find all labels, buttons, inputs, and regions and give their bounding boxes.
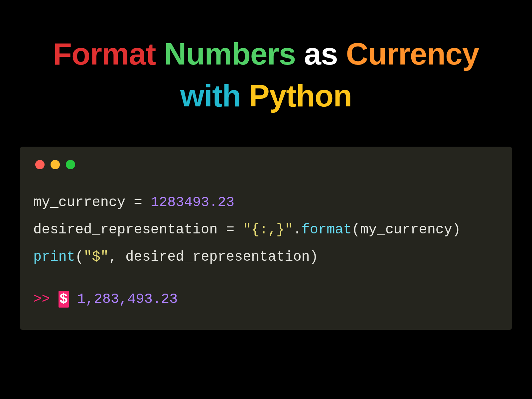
window-minimize-icon [51,160,60,169]
title-line-2: with Python [53,75,479,117]
code-method-format: format [302,222,352,238]
code-area: my_currency = 1283493.23desired_represen… [33,189,499,313]
title-word-with: with [180,78,241,113]
title-word-format: Format [53,37,156,71]
code-paren-open-2: ( [352,222,360,238]
code-comma: , [109,249,125,265]
title-line-1: Format Numbers as Currency [53,33,479,75]
code-assign-2: = [218,222,243,238]
code-func-print: print [33,249,75,265]
code-var-desired-rep: desired_representation [33,222,218,238]
code-number-literal: 1283493.23 [151,195,234,210]
code-arg-my-currency: my_currency [360,222,452,238]
output-prompt: >> [33,291,59,307]
traffic-lights [33,160,499,169]
window-maximize-icon [66,160,75,169]
code-format-string: "{:,}" [243,222,293,238]
title-block: Format Numbers as Currency with Python [53,33,479,117]
code-line-1: my_currency = 1283493.23 [33,189,499,216]
page-root: Format Numbers as Currency with Python m… [0,0,532,399]
code-paren-close-3: ) [310,249,318,265]
output-value: 1,283,493.23 [77,291,178,307]
code-line-3: print("$", desired_representation) [33,244,499,271]
window-close-icon [35,160,45,169]
title-word-currency: Currency [346,37,479,71]
title-word-numbers: Numbers [164,37,296,71]
code-line-2: desired_representation = "{:,}".format(m… [33,216,499,244]
output-space [69,291,77,307]
code-output-line: >> $ 1,283,493.23 [33,286,499,313]
title-word-as: as [304,37,337,71]
code-paren-open-3: ( [75,249,83,265]
code-paren-close-2: ) [452,222,461,238]
code-var-my-currency: my_currency [33,195,125,210]
code-arg-desired-rep: desired_representation [125,249,310,265]
code-window: my_currency = 1283493.23desired_represen… [20,147,512,330]
title-word-python: Python [249,78,352,113]
code-dot: . [293,222,301,238]
code-string-dollar: "$" [83,249,109,265]
output-cursor-dollar: $ [59,291,69,308]
code-assign-1: = [125,195,151,210]
